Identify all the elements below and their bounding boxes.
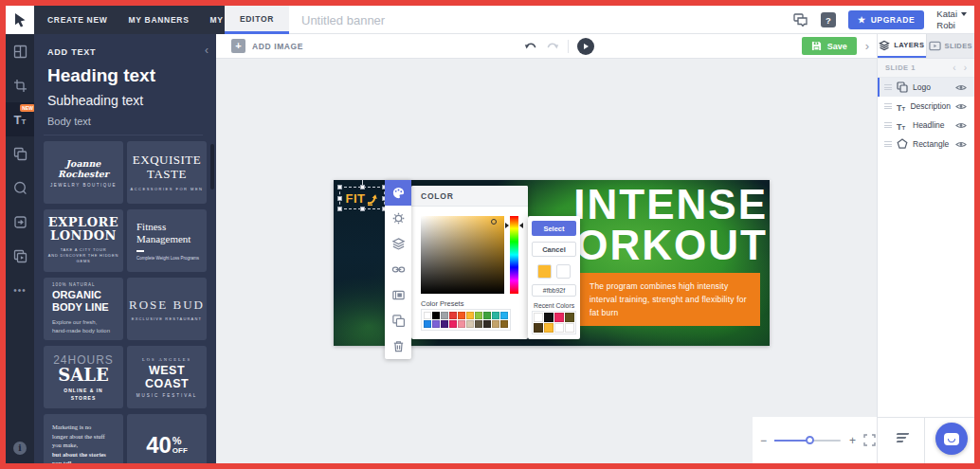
template-card[interactable]: Fitness Management Complete Weight Loss … xyxy=(127,209,207,272)
redo-icon[interactable] xyxy=(546,42,559,51)
slides-tool[interactable] xyxy=(6,239,34,273)
resize-handle-sw[interactable] xyxy=(337,207,342,211)
color-swatch[interactable] xyxy=(458,320,465,328)
color-swatch[interactable] xyxy=(432,312,440,319)
banner-description[interactable]: The program combines high intensity inte… xyxy=(580,273,760,326)
current-color-swatch[interactable] xyxy=(537,264,552,279)
add-subheading-text[interactable]: Subheading text xyxy=(47,93,143,108)
saturation-gradient[interactable] xyxy=(421,216,504,294)
layer-row-headline[interactable]: TT Headline xyxy=(878,116,974,135)
color-swatch[interactable] xyxy=(475,312,482,319)
crop-tool[interactable] xyxy=(6,68,34,102)
color-swatch[interactable] xyxy=(500,320,508,328)
stats-icon[interactable] xyxy=(897,433,909,442)
layer-row-logo[interactable]: Logo xyxy=(878,78,974,97)
undo-icon[interactable] xyxy=(524,42,537,51)
resize-handle-s[interactable] xyxy=(360,207,365,211)
images-tool[interactable] xyxy=(6,136,34,171)
color-swatch[interactable] xyxy=(500,312,508,319)
color-swatch[interactable] xyxy=(432,320,440,328)
duplicate-button[interactable] xyxy=(385,308,411,334)
layer-row-description[interactable]: TT Description xyxy=(878,97,974,116)
drag-handle-icon[interactable] xyxy=(884,84,892,90)
add-body-text[interactable]: Body text xyxy=(47,116,91,127)
drag-handle-icon[interactable] xyxy=(884,141,892,147)
hue-slider[interactable] xyxy=(510,216,518,294)
color-swatch[interactable] xyxy=(466,312,474,319)
resize-handle-nw[interactable] xyxy=(337,185,342,189)
color-swatch[interactable] xyxy=(424,312,431,319)
color-swatch[interactable] xyxy=(466,320,474,328)
button-tool[interactable] xyxy=(6,205,34,239)
next-slide-icon[interactable]: › xyxy=(964,63,967,73)
nav-create-new[interactable]: CREATE NEW xyxy=(47,15,108,25)
color-swatch[interactable] xyxy=(544,313,554,322)
add-heading-text[interactable]: Heading text xyxy=(47,65,155,86)
hex-color-input[interactable] xyxy=(532,284,576,297)
template-card[interactable]: LOS ANGELES WEST COAST MUSIC FESTIVAL xyxy=(127,346,207,408)
color-swatch[interactable] xyxy=(441,320,448,328)
color-swatch[interactable] xyxy=(565,323,574,333)
color-swatch[interactable] xyxy=(534,313,543,322)
document-title[interactable]: Untitled banner xyxy=(301,13,385,27)
media-button[interactable] xyxy=(385,282,411,308)
zoom-slider-handle[interactable] xyxy=(806,436,814,444)
layer-row-rectangle[interactable]: Rectangle xyxy=(878,135,974,153)
cancel-button[interactable]: Cancel xyxy=(532,242,576,257)
template-card[interactable]: ROSE BUD EXCLUSIVE RESTAURANT xyxy=(127,278,207,340)
color-swatch[interactable] xyxy=(424,320,431,328)
color-swatch[interactable] xyxy=(441,312,448,319)
visibility-eye-icon[interactable] xyxy=(955,83,967,92)
text-tool[interactable]: TT NEW xyxy=(6,102,34,136)
save-button[interactable]: Save xyxy=(802,37,857,55)
link-button[interactable] xyxy=(385,257,411,282)
template-card[interactable]: 40 % OFF xyxy=(127,414,207,463)
selected-logo-element[interactable]: FIT xyxy=(339,187,385,209)
collapse-right-panel-icon[interactable]: › xyxy=(865,39,869,53)
visibility-eye-icon[interactable] xyxy=(955,121,967,130)
color-tool-button[interactable] xyxy=(385,180,411,206)
add-image-button[interactable]: + ADD IMAGE xyxy=(231,39,303,53)
prev-slide-icon[interactable]: ‹ xyxy=(953,63,955,73)
gradient-marker[interactable] xyxy=(491,219,497,225)
select-button[interactable]: Select xyxy=(532,221,576,236)
upgrade-button[interactable]: ★ UPGRADE xyxy=(848,10,924,29)
color-swatch[interactable] xyxy=(534,323,543,333)
color-swatch[interactable] xyxy=(544,323,554,333)
help-icon[interactable]: ? xyxy=(821,12,836,27)
template-card[interactable]: Marketing is no longer about the stuff y… xyxy=(44,414,123,463)
resize-handle-n[interactable] xyxy=(360,185,365,189)
tab-layers[interactable]: LAYERS xyxy=(878,34,926,58)
resize-handle-w[interactable] xyxy=(337,196,342,201)
feedback-icon[interactable] xyxy=(793,13,808,27)
color-swatch[interactable] xyxy=(492,312,499,319)
preview-play-button[interactable] xyxy=(577,38,594,55)
template-card[interactable]: EXPLORE LONDON TAKE A CITY TOUR AND DISC… xyxy=(44,209,123,272)
tab-slides[interactable]: SLIDES xyxy=(926,34,975,58)
zoom-out-button[interactable]: − xyxy=(760,435,767,446)
tab-editor[interactable]: EDITOR xyxy=(225,6,289,34)
color-swatch[interactable] xyxy=(565,313,574,322)
layers-button[interactable] xyxy=(385,231,411,257)
panel-scrollbar[interactable] xyxy=(210,144,214,189)
template-card[interactable]: Joanne Rochester JEWELRY BOUTIQUE xyxy=(44,141,123,204)
user-menu[interactable]: Katai Robi xyxy=(936,9,967,31)
visibility-eye-icon[interactable] xyxy=(955,102,967,111)
drag-handle-icon[interactable] xyxy=(884,103,892,109)
collapse-panel-icon[interactable]: ‹ xyxy=(205,44,209,57)
color-swatch[interactable] xyxy=(475,320,482,328)
color-swatch[interactable] xyxy=(554,323,564,333)
color-swatch[interactable] xyxy=(483,312,491,319)
settings-button[interactable] xyxy=(385,206,411,231)
templates-tool[interactable] xyxy=(6,34,34,68)
more-tools[interactable]: ••• xyxy=(6,273,34,307)
delete-button[interactable] xyxy=(385,334,411,359)
color-swatch[interactable] xyxy=(449,320,457,328)
color-swatch[interactable] xyxy=(458,312,465,319)
template-card[interactable]: 100% NATURAL ORGANIC BODY LINE Explore o… xyxy=(44,278,123,340)
nav-my-banners[interactable]: MY BANNERS xyxy=(129,15,190,25)
color-swatch[interactable] xyxy=(492,320,499,328)
template-card[interactable]: 24HOURS SALE ONLINE & IN STORES xyxy=(44,346,123,408)
info-icon[interactable]: i xyxy=(13,442,27,455)
chat-support-button[interactable] xyxy=(935,423,968,455)
